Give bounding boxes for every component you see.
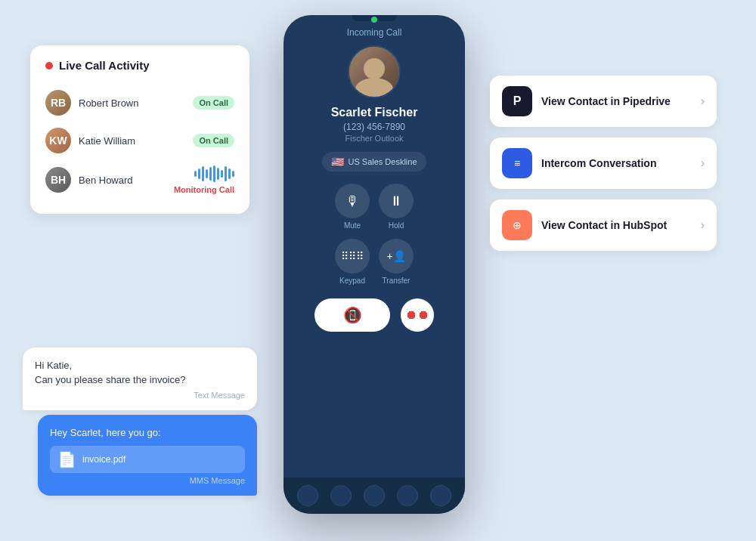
live-call-header: Live Call Activity <box>45 59 234 72</box>
transfer-icon-circle[interactable]: +👤 <box>379 239 414 274</box>
hubspot-card[interactable]: ⊕ View Contact in HubSpot › <box>490 199 717 251</box>
status-badge-robert: On Call <box>193 96 234 110</box>
chat-bubble-incoming: Hi Katie,Can you please share the invoic… <box>23 348 257 410</box>
pipedrive-icon: P <box>502 86 532 116</box>
caller-phone: (123) 456-7890 <box>343 122 405 132</box>
waveform <box>194 165 234 182</box>
end-call-icon: 📵 <box>343 306 362 324</box>
monitoring-badge: Monitoring Call <box>174 185 234 194</box>
intercom-icon: ≡ <box>502 148 532 178</box>
caller-photo <box>348 45 401 98</box>
caller-company: Fischer Outlook <box>345 134 403 143</box>
transfer-button[interactable]: +👤 Transfer <box>379 239 414 285</box>
contact-name-robert: Robert Brown <box>79 97 185 109</box>
live-call-title: Live Call Activity <box>59 59 150 72</box>
end-call-button[interactable]: 📵 <box>314 298 390 332</box>
phone-bottom-dot-4 <box>397 485 418 506</box>
chat-type-2: MMS Message <box>50 476 245 485</box>
hold-icon-circle[interactable]: ⏸ <box>379 184 414 218</box>
chat-area: Hi Katie,Can you please share the invoic… <box>23 348 257 496</box>
keypad-icon-circle[interactable]: ⠿⠿⠿ <box>335 239 370 274</box>
phone-bottom-dot-3 <box>364 485 385 506</box>
pdf-filename: invoice.pdf <box>82 454 125 465</box>
avatar-robert: RB <box>45 90 71 116</box>
flag-icon: 🇺🇸 <box>331 156 344 168</box>
pdf-attachment: 📄 invoice.pdf <box>50 446 245 473</box>
pipedrive-label: View Contact in Pipedrive <box>541 95 692 107</box>
hold-label: Hold <box>389 221 404 230</box>
hold-button[interactable]: ⏸ Hold <box>379 184 414 230</box>
chat-bubble-outgoing: Hey Scarlet, here you go: 📄 invoice.pdf … <box>38 415 257 496</box>
phone-bottom-dot-2 <box>330 485 352 506</box>
avatar-katie: KW <box>45 128 71 153</box>
call-row-katie: KW Katie William On Call <box>45 122 234 159</box>
keypad-label: Keypad <box>339 277 365 285</box>
avatar-ben: BH <box>45 167 71 193</box>
deskline-row: 🇺🇸 US Sales Deskline <box>322 152 426 172</box>
live-call-panel: Live Call Activity RB Robert Brown On Ca… <box>30 45 249 214</box>
pipedrive-card[interactable]: P View Contact in Pipedrive › <box>490 76 717 127</box>
pdf-icon: 📄 <box>57 450 76 468</box>
caller-name: Scarlet Fischer <box>331 106 418 119</box>
phone-bottom-dot-1 <box>297 485 318 506</box>
end-call-row: 📵 ⏺⏺ <box>314 298 434 332</box>
hubspot-icon: ⊕ <box>502 210 532 240</box>
phone-notch <box>352 15 397 21</box>
integration-cards: P View Contact in Pipedrive › ≡ Intercom… <box>490 76 717 251</box>
pipedrive-chevron-icon: › <box>701 94 705 108</box>
phone-ui: Incoming Call Scarlet Fischer (123) 456-… <box>284 15 465 514</box>
phone-bottom-dot-5 <box>430 485 451 506</box>
intercom-chevron-icon: › <box>701 156 705 170</box>
status-badge-katie: On Call <box>193 134 234 147</box>
keypad-button[interactable]: ⠿⠿⠿ Keypad <box>335 239 370 285</box>
contact-name-katie: Katie William <box>79 135 185 147</box>
intercom-label: Intercom Conversation <box>541 157 692 169</box>
incoming-label: Incoming Call <box>347 27 402 38</box>
call-row-ben: BH Ben Howard Monitoring Call <box>45 159 234 200</box>
voicemail-icon: ⏺⏺ <box>405 308 429 322</box>
live-indicator-dot <box>45 62 53 70</box>
chat-text-1: Hi Katie,Can you please share the invoic… <box>35 358 245 388</box>
phone-bottom-bar <box>284 478 465 514</box>
hubspot-chevron-icon: › <box>701 218 705 232</box>
call-row-robert: RB Robert Brown On Call <box>45 84 234 122</box>
chat-text-2: Hey Scarlet, here you go: <box>50 425 245 441</box>
call-controls: 🎙 Mute ⏸ Hold ⠿⠿⠿ Keypad +👤 Transfer <box>320 184 429 285</box>
voicemail-button[interactable]: ⏺⏺ <box>401 298 434 332</box>
mute-label: Mute <box>344 221 361 230</box>
hubspot-label: View Contact in HubSpot <box>541 219 692 231</box>
mute-button[interactable]: 🎙 Mute <box>335 184 370 230</box>
chat-type-1: Text Message <box>35 391 245 400</box>
mute-icon-circle[interactable]: 🎙 <box>335 184 370 218</box>
contact-name-ben: Ben Howard <box>79 175 166 186</box>
transfer-label: Transfer <box>383 277 411 285</box>
intercom-card[interactable]: ≡ Intercom Conversation › <box>490 138 717 189</box>
deskline-label: US Sales Deskline <box>348 157 417 166</box>
